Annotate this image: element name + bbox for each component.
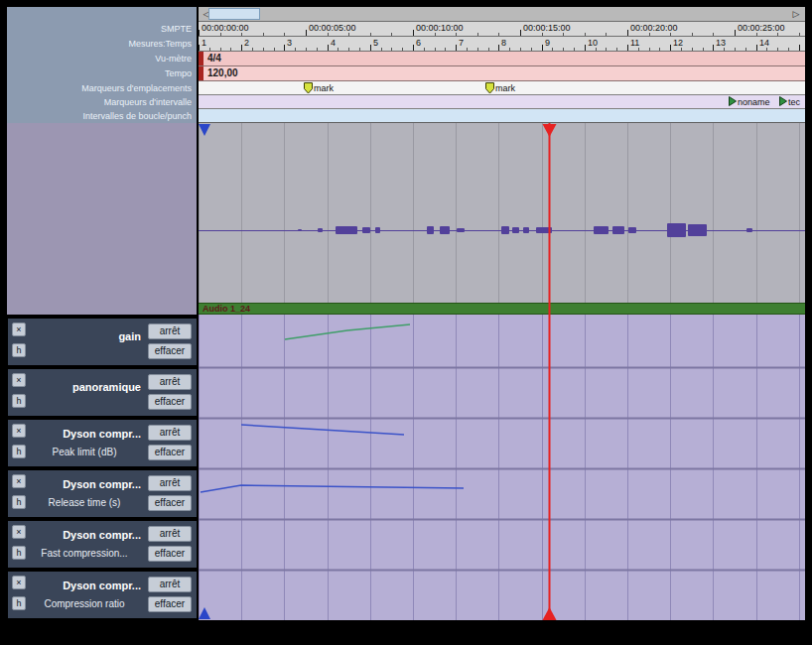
automation-area[interactable] (199, 315, 805, 620)
bar-tick (306, 48, 307, 51)
bar-tick (756, 45, 757, 51)
meter-ruler[interactable]: 4/4 (199, 52, 805, 66)
lane-automation-mode-button[interactable]: arrêt (148, 526, 192, 542)
lane-close-button[interactable]: × (12, 474, 26, 488)
location-marker-label: mark (495, 83, 515, 93)
loop-punch-ruler[interactable] (199, 109, 805, 123)
smpte-tick (306, 30, 307, 36)
bar-tick (627, 45, 628, 51)
automation-lane-header: ×hpanoramiquearrêteffacer (8, 369, 197, 416)
smpte-tick (585, 33, 586, 36)
lane-hide-button[interactable]: h (12, 445, 26, 458)
bar-tick (649, 48, 650, 51)
bar-tick (402, 48, 403, 51)
track-name-bar[interactable]: Audio 1_24 (199, 303, 805, 315)
smpte-tick (284, 33, 285, 36)
bar-tick (199, 45, 200, 51)
smpte-tick (563, 33, 564, 36)
bar-number: 12 (673, 38, 683, 48)
location-marker-flag-icon (485, 82, 494, 94)
lane-title: panoramique (28, 381, 141, 393)
bar-tick (585, 45, 586, 51)
bar-tick (456, 45, 457, 51)
bar-tick (606, 48, 607, 51)
lane-clear-button[interactable]: effacer (148, 394, 192, 410)
automation-lane-header: ×hgainarrêteffacer (8, 319, 197, 365)
smpte-tick (477, 33, 478, 36)
lane-parameter-label: Compression ratio (28, 598, 141, 609)
bar-number: 9 (545, 38, 550, 48)
automation-lane-header: ×hDyson compr...Compression ratioarrêtef… (8, 572, 197, 618)
bar-tick (477, 48, 478, 51)
lane-hide-button[interactable]: h (12, 546, 26, 560)
smpte-tick (413, 30, 414, 36)
smpte-tick (328, 33, 329, 36)
smpte-tick (456, 33, 457, 36)
lane-automation-mode-button[interactable]: arrêt (148, 323, 192, 339)
lane-automation-mode-button[interactable]: arrêt (148, 425, 192, 441)
smpte-tick-label: 00:00:15:00 (523, 23, 571, 33)
bar-tick (230, 48, 231, 51)
scrollbar-thumb[interactable] (208, 8, 260, 20)
meter-change-icon[interactable] (199, 52, 203, 65)
smpte-tick (713, 33, 714, 36)
lane-hide-button[interactable]: h (12, 394, 26, 408)
tempo-change-icon[interactable] (199, 66, 203, 80)
bar-number: 11 (630, 38, 639, 48)
lane-clear-button[interactable]: effacer (148, 495, 192, 511)
lane-automation-mode-button[interactable]: arrêt (148, 374, 192, 390)
scroll-right-icon[interactable]: ▷ (790, 7, 802, 21)
ruler-label: Vu-mètre (7, 52, 192, 66)
range-marker-arrow-icon (729, 96, 737, 106)
smpte-tick (370, 33, 371, 36)
bar-tick (777, 48, 778, 51)
bar-tick (381, 48, 382, 51)
bar-tick (703, 48, 704, 51)
lane-close-button[interactable]: × (12, 373, 26, 387)
location-markers-ruler[interactable]: markmark (199, 81, 805, 95)
bar-tick (681, 48, 682, 51)
smpte-ruler[interactable]: 00:00:00:0000:00:05:0000:00:10:0000:00:1… (199, 22, 805, 37)
track-controls-panel[interactable] (7, 123, 199, 315)
lane-close-button[interactable]: × (12, 525, 26, 539)
tempo-ruler[interactable]: 120,00 (199, 66, 805, 81)
lane-clear-button[interactable]: effacer (148, 445, 192, 460)
bar-tick (488, 48, 489, 51)
smpte-tick (777, 33, 778, 36)
lane-title: Dyson compr... (28, 529, 141, 541)
ruler-label: Marqueurs d'intervalle (7, 95, 192, 109)
smpte-tick (542, 33, 543, 36)
lane-parameter-label: Fast compression... (28, 548, 141, 559)
smpte-tick-label: 00:00:05:00 (309, 23, 356, 33)
bars-beats-ruler[interactable]: 1234567891011121314 (199, 37, 805, 52)
lane-automation-mode-button[interactable]: arrêt (148, 577, 192, 592)
automation-lane-controls: ×hgainarrêteffacer×hpanoramiquearrêteffa… (7, 315, 199, 620)
lane-automation-mode-button[interactable]: arrêt (148, 475, 192, 491)
range-markers-ruler[interactable]: nonametec (199, 95, 805, 109)
bar-tick (295, 48, 296, 51)
bar-tick (263, 48, 264, 51)
lane-clear-button[interactable]: effacer (148, 596, 192, 612)
audio-track-lane[interactable] (199, 123, 805, 303)
timeline-scrollbar[interactable]: ◁ ▷ (199, 7, 805, 22)
lane-hide-button[interactable]: h (12, 343, 26, 357)
smpte-tick-label: 00:00:00:00 (202, 23, 249, 33)
editor-canvas[interactable]: Audio 1_24 (199, 123, 805, 620)
lane-clear-button[interactable]: effacer (148, 546, 192, 562)
lane-hide-button[interactable]: h (12, 495, 26, 509)
lane-close-button[interactable]: × (12, 322, 26, 336)
bar-tick (692, 48, 693, 51)
bar-tick (552, 48, 553, 51)
bar-tick (498, 45, 499, 51)
bar-tick (799, 45, 800, 51)
bar-tick (509, 48, 510, 51)
lane-close-button[interactable]: × (12, 576, 26, 589)
lane-hide-button[interactable]: h (12, 596, 26, 610)
bar-tick (531, 48, 532, 51)
smpte-tick (498, 33, 499, 36)
location-marker-flag-icon (304, 82, 313, 94)
lane-close-button[interactable]: × (12, 424, 26, 438)
bar-tick (391, 48, 392, 51)
smpte-tick (649, 33, 650, 36)
lane-clear-button[interactable]: effacer (148, 343, 192, 359)
